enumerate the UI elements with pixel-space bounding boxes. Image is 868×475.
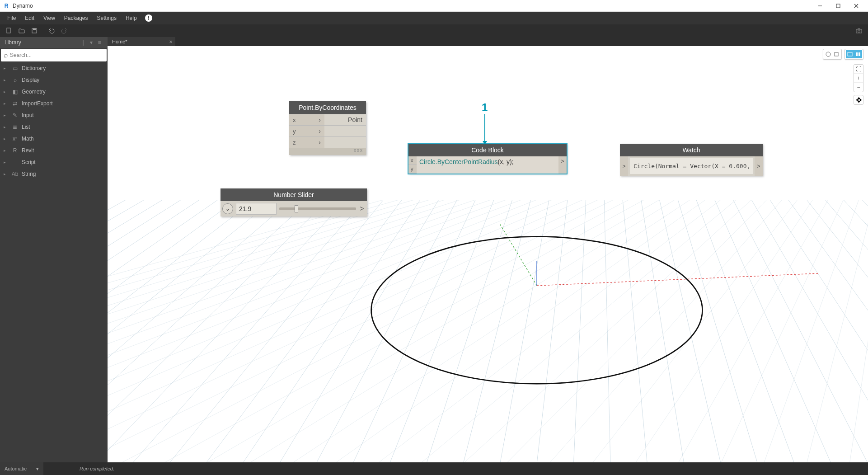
close-button[interactable] xyxy=(847,0,865,12)
library-item-display[interactable]: ▸⌕Display xyxy=(0,74,108,86)
zoom-controls: ⛶ + − xyxy=(854,64,863,92)
svg-line-51 xyxy=(573,200,586,462)
save-button[interactable] xyxy=(28,25,41,36)
library-sort-icon[interactable]: ▾ xyxy=(88,39,95,46)
search-icon: ⌕ xyxy=(4,51,8,59)
pan-icon[interactable] xyxy=(832,50,840,58)
library-filter-icon[interactable]: | xyxy=(80,39,87,46)
minimize-button[interactable] xyxy=(811,0,829,12)
menu-help[interactable]: Help xyxy=(121,12,141,24)
library-item-label: Geometry xyxy=(22,89,46,95)
chevron-right-icon: ▸ xyxy=(4,89,8,94)
input-port[interactable]: > xyxy=(620,156,628,176)
svg-point-140 xyxy=(371,236,703,384)
tab-home[interactable]: Home* ✕ xyxy=(108,37,175,46)
output-port[interactable]: > xyxy=(359,205,365,213)
undo-button[interactable] xyxy=(45,25,58,36)
node-watch[interactable]: Watch > Circle(Normal = Vector(X = 0.000… xyxy=(620,144,763,176)
library-item-list[interactable]: ▸≣List xyxy=(0,121,108,133)
library-search[interactable]: ⌕ xyxy=(1,49,107,61)
node-number-slider[interactable]: Number Slider ⌄ 21.9 > xyxy=(221,188,367,216)
slider-thumb[interactable] xyxy=(295,205,298,212)
svg-line-37 xyxy=(108,200,328,462)
open-file-button[interactable] xyxy=(15,25,28,36)
svg-line-96 xyxy=(291,200,690,462)
info-icon[interactable]: ! xyxy=(145,14,152,22)
tab-close-icon[interactable]: ✕ xyxy=(169,39,173,44)
chevron-right-icon: ▸ xyxy=(4,125,8,129)
screenshot-button[interactable] xyxy=(853,25,865,36)
pan-button[interactable]: ✥ xyxy=(854,95,863,105)
window-title: Dynamo xyxy=(13,3,33,9)
library-item-string[interactable]: ▸AbString xyxy=(0,168,108,180)
revit-icon: R xyxy=(11,147,19,154)
output-port-point[interactable]: Point xyxy=(324,114,366,125)
svg-line-54 xyxy=(641,200,684,462)
library-item-script[interactable]: ▸Script xyxy=(0,156,108,168)
svg-line-35 xyxy=(108,200,291,462)
svg-line-81 xyxy=(108,200,460,462)
expand-icon[interactable]: ⌄ xyxy=(222,203,233,214)
zoom-out-button[interactable]: − xyxy=(854,83,863,92)
svg-line-80 xyxy=(108,200,445,462)
library-item-math[interactable]: ▸x²Math xyxy=(0,133,108,145)
library-item-revit[interactable]: ▸RRevit xyxy=(0,145,108,156)
node-point-by-coordinates[interactable]: Point.ByCoordinates x› Point y› z› xxx xyxy=(289,101,366,155)
svg-line-45 xyxy=(353,200,475,462)
svg-line-61 xyxy=(770,200,868,462)
search-icon: ⌕ xyxy=(11,77,19,83)
menu-view[interactable]: View xyxy=(39,12,60,24)
code-editor[interactable]: Circle.ByCenterPointRadius(x, y); xyxy=(417,156,558,174)
fit-view-button[interactable]: ⛶ xyxy=(854,65,863,74)
library-item-input[interactable]: ▸✎Input xyxy=(0,109,108,121)
library-item-dictionary[interactable]: ▸▭Dictionary xyxy=(0,62,108,74)
svg-line-104 xyxy=(635,200,813,462)
svg-rect-12 xyxy=(848,52,852,56)
svg-line-76 xyxy=(108,200,384,462)
slider-track[interactable] xyxy=(279,207,356,210)
svg-line-89 xyxy=(108,200,583,462)
menu-settings[interactable]: Settings xyxy=(93,12,121,24)
output-port[interactable]: > xyxy=(755,156,763,176)
library-view-icon[interactable]: ≡ xyxy=(96,39,103,46)
run-status-label: Run completed. xyxy=(43,466,150,471)
svg-line-59 xyxy=(733,200,868,462)
node-code-block[interactable]: Code Block x y Circle.ByCenterPointRadiu… xyxy=(408,144,567,174)
svg-line-85 xyxy=(108,200,521,462)
svg-line-30 xyxy=(108,200,200,462)
menu-edit[interactable]: Edit xyxy=(20,12,39,24)
library-item-geometry[interactable]: ▸◧Geometry xyxy=(0,86,108,98)
output-port[interactable]: > xyxy=(558,156,567,174)
svg-line-26 xyxy=(108,200,126,462)
run-mode-dropdown[interactable]: Automatic▾ xyxy=(0,462,43,475)
zoom-in-button[interactable]: + xyxy=(854,74,863,83)
library-item-label: String xyxy=(22,171,36,177)
ab-icon: Ab xyxy=(11,171,19,177)
graph-canvas[interactable]: ⛶ + − ✥ xyxy=(108,46,868,462)
svg-line-39 xyxy=(132,200,365,462)
maximize-button[interactable] xyxy=(829,0,847,12)
menu-packages[interactable]: Packages xyxy=(60,12,93,24)
input-port-z[interactable]: z› xyxy=(289,137,324,148)
library-item-importexport[interactable]: ▸⇄ImportExport xyxy=(0,98,108,109)
svg-line-84 xyxy=(108,200,506,462)
input-port-x[interactable]: x xyxy=(408,156,417,165)
new-file-button[interactable] xyxy=(3,25,15,36)
chevron-right-icon: ▸ xyxy=(4,78,8,82)
library-item-label: Display xyxy=(22,77,39,83)
menu-file[interactable]: File xyxy=(3,12,20,24)
svg-line-63 xyxy=(807,200,868,462)
redo-button[interactable] xyxy=(58,25,70,36)
svg-line-109 xyxy=(849,200,868,462)
slider-value[interactable]: 21.9 xyxy=(236,203,277,215)
workspace-view-icon[interactable] xyxy=(846,50,854,58)
geometry-view-icon[interactable] xyxy=(854,50,862,58)
input-port-y[interactable]: y› xyxy=(289,126,324,136)
orbit-icon[interactable] xyxy=(824,50,832,58)
input-port-x[interactable]: x› xyxy=(289,114,324,125)
chevron-right-icon: ▸ xyxy=(4,172,8,176)
svg-line-41 xyxy=(206,200,402,462)
library-panel: Library | ▾ ≡ ⌕ ▸▭Dictionary▸⌕Display▸◧G… xyxy=(0,37,108,462)
input-port-y[interactable]: y xyxy=(408,165,417,174)
search-input[interactable] xyxy=(10,52,104,58)
